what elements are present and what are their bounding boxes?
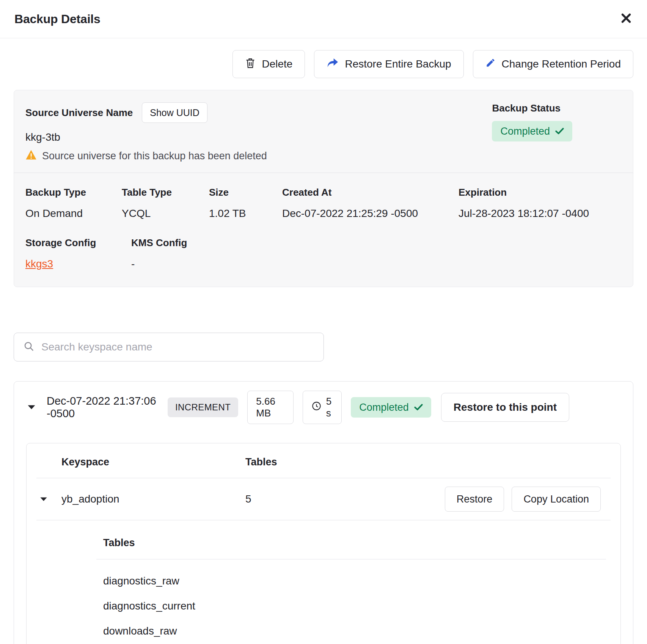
- increment-card: Dec-07-2022 21:37:06 -0500 INCREMENT 5.6…: [14, 381, 633, 644]
- keyspace-column-header: Keyspace: [61, 456, 245, 468]
- tables-column-header: Tables: [245, 456, 601, 468]
- backup-type-field: Backup Type On Demand: [25, 187, 122, 220]
- table-type-value: YCQL: [122, 207, 209, 220]
- storage-config-link[interactable]: kkgs3: [25, 258, 53, 270]
- change-retention-period-label: Change Retention Period: [502, 58, 621, 70]
- keyspace-row[interactable]: yb_adoption 5 Restore Copy Location: [27, 478, 620, 520]
- increment-duration-badge: 5 s: [303, 391, 342, 424]
- keyspace-expanded-section: Tables diagnostics_raw diagnostics_curre…: [27, 520, 620, 644]
- size-field: Size 1.02 TB: [209, 187, 282, 220]
- table-type-field: Table Type YCQL: [122, 187, 209, 220]
- keyspace-table-card: Keyspace Tables yb_adoption 5 Restore Co…: [26, 443, 621, 644]
- close-icon: [620, 12, 633, 26]
- page-header: Backup Details: [0, 0, 647, 38]
- restore-to-this-point-button[interactable]: Restore to this point: [441, 393, 569, 422]
- table-type-label: Table Type: [122, 187, 209, 198]
- check-icon: [414, 402, 423, 413]
- status-badge: Completed: [492, 121, 572, 141]
- backup-summary-panel: Source Universe Name Show UUID kkg-3tb S…: [14, 90, 633, 287]
- table-name-item: diagnostics_current: [103, 594, 606, 619]
- backup-type-label: Backup Type: [25, 187, 122, 198]
- delete-button-label: Delete: [262, 58, 292, 70]
- chevron-down-icon[interactable]: [27, 404, 36, 410]
- restore-entire-backup-label: Restore Entire Backup: [345, 58, 451, 70]
- close-button[interactable]: [620, 12, 633, 26]
- expiration-label: Expiration: [459, 187, 589, 198]
- expiration-value: Jul-28-2023 18:12:07 -0400: [459, 207, 589, 220]
- delete-button[interactable]: Delete: [232, 50, 305, 78]
- source-universe-block: Source Universe Name Show UUID kkg-3tb S…: [25, 102, 267, 163]
- keyspace-table-header: Keyspace Tables: [27, 443, 620, 478]
- expiration-field: Expiration Jul-28-2023 18:12:07 -0400: [459, 187, 589, 220]
- backup-status-label: Backup Status: [492, 102, 572, 114]
- universe-deleted-warning: Source universe for this backup has been…: [42, 150, 267, 162]
- tables-count: 5: [245, 493, 445, 505]
- expanded-divider: [96, 559, 606, 559]
- pencil-icon: [485, 58, 496, 71]
- increment-type-badge: INCREMENT: [168, 397, 238, 417]
- increment-status-badge: Completed: [351, 397, 431, 418]
- check-icon: [555, 126, 564, 137]
- keyspace-name: yb_adoption: [61, 493, 245, 505]
- kms-config-label: KMS Config: [131, 237, 187, 249]
- storage-config-label: Storage Config: [25, 237, 131, 249]
- table-name-item: diagnostics_raw: [103, 569, 606, 594]
- backup-status-block: Backup Status Completed: [492, 102, 572, 163]
- warning-icon: [25, 149, 37, 163]
- keyspace-search-box: [14, 333, 324, 361]
- page-title: Backup Details: [14, 12, 101, 26]
- show-uuid-button[interactable]: Show UUID: [142, 102, 207, 123]
- table-name-list: diagnostics_raw diagnostics_current down…: [103, 569, 606, 644]
- increment-size-badge: 5.66 MB: [247, 391, 293, 424]
- clock-icon: [311, 401, 322, 414]
- created-at-label: Created At: [282, 187, 459, 198]
- kms-config-field: KMS Config -: [131, 237, 187, 270]
- kms-config-value: -: [131, 258, 187, 270]
- increment-status-text: Completed: [359, 402, 409, 413]
- restore-entire-backup-button[interactable]: Restore Entire Backup: [314, 50, 463, 78]
- storage-config-field: Storage Config kkgs3: [25, 237, 131, 270]
- source-universe-name: kkg-3tb: [25, 131, 267, 143]
- increment-timestamp: Dec-07-2022 21:37:06 -0500: [47, 395, 156, 420]
- created-at-field: Created At Dec-07-2022 21:25:29 -0500: [282, 187, 459, 220]
- copy-location-button[interactable]: Copy Location: [512, 487, 601, 512]
- restore-button[interactable]: Restore: [445, 487, 504, 512]
- search-icon: [23, 341, 35, 353]
- backup-type-value: On Demand: [25, 207, 122, 220]
- status-badge-text: Completed: [500, 126, 550, 137]
- change-retention-period-button[interactable]: Change Retention Period: [473, 50, 633, 78]
- size-label: Size: [209, 187, 282, 198]
- expanded-tables-label: Tables: [103, 537, 606, 549]
- increment-header: Dec-07-2022 21:37:06 -0500 INCREMENT 5.6…: [14, 382, 633, 433]
- increment-duration-text: 5 s: [326, 396, 333, 419]
- size-value: 1.02 TB: [209, 207, 282, 220]
- source-universe-label: Source Universe Name: [25, 107, 133, 119]
- toolbar: Delete Restore Entire Backup Change Rete…: [0, 50, 647, 78]
- chevron-down-icon[interactable]: [39, 496, 48, 502]
- trash-icon: [245, 57, 256, 71]
- created-at-value: Dec-07-2022 21:25:29 -0500: [282, 207, 459, 220]
- keyspace-search-input[interactable]: [41, 341, 314, 353]
- table-name-item: downloads_raw: [103, 619, 606, 644]
- forward-arrow-icon: [327, 58, 339, 71]
